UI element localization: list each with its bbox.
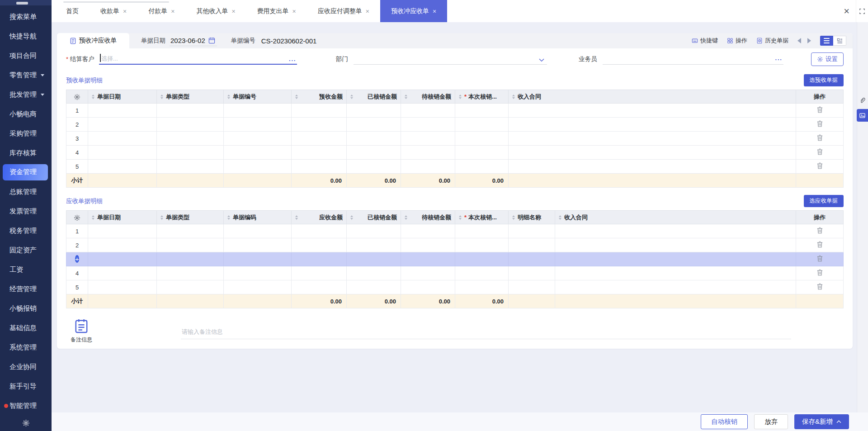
sort-icon[interactable] xyxy=(92,215,94,220)
sidebar-item-base-info[interactable]: 基础信息 xyxy=(0,318,52,338)
grid-cell[interactable] xyxy=(157,132,224,146)
grid-cell[interactable] xyxy=(88,252,157,266)
column-settings-gear-icon[interactable] xyxy=(74,214,80,221)
grid-cell[interactable] xyxy=(224,224,292,238)
tab-expense-doc[interactable]: 费用支出单× xyxy=(246,0,307,22)
close-icon[interactable]: × xyxy=(433,8,436,14)
sidebar-item-project-contract[interactable]: 项目合同 xyxy=(0,46,52,66)
grid-cell[interactable] xyxy=(455,238,509,252)
grid-cell[interactable] xyxy=(292,104,347,118)
sidebar-item-smart-mgmt[interactable]: 智能管理 xyxy=(0,396,52,416)
sidebar-item-invoice[interactable]: 发票管理 xyxy=(0,202,52,221)
sort-icon[interactable] xyxy=(295,215,298,220)
grid-cell[interactable] xyxy=(455,252,509,266)
grid-cell[interactable] xyxy=(555,252,796,266)
grid-cell[interactable] xyxy=(347,280,401,294)
grid-cell[interactable] xyxy=(455,224,509,238)
grid-cell[interactable] xyxy=(224,280,292,294)
grid-cell[interactable] xyxy=(509,280,555,294)
grid-cell[interactable] xyxy=(157,280,224,294)
sort-icon[interactable] xyxy=(459,95,462,99)
grid-cell[interactable] xyxy=(292,146,347,160)
sort-icon[interactable] xyxy=(405,95,407,99)
grid-cell[interactable] xyxy=(401,104,455,118)
grid-cell[interactable] xyxy=(157,118,224,132)
grid-cell[interactable] xyxy=(455,118,509,132)
image-attachment-button[interactable] xyxy=(857,109,868,122)
grid-cell[interactable] xyxy=(224,132,292,146)
grid-cell[interactable] xyxy=(401,146,455,160)
grid-cell[interactable] xyxy=(401,118,455,132)
list-view-button[interactable] xyxy=(820,36,833,46)
grid-cell[interactable] xyxy=(509,224,555,238)
attachment-paperclip-icon[interactable] xyxy=(859,97,866,106)
sidebar-item-quick-nav[interactable]: 快捷导航 xyxy=(0,27,52,46)
grid-cell[interactable] xyxy=(455,266,509,280)
sort-icon[interactable] xyxy=(459,215,462,220)
form-tab-prepaid-offset[interactable]: 预收冲应收单 xyxy=(57,33,129,48)
tab-ar-ap-adjust-doc[interactable]: 应收应付调整单× xyxy=(307,0,380,22)
operations-button[interactable]: 操作 xyxy=(727,37,747,45)
grid-cell[interactable] xyxy=(509,160,796,174)
trash-icon[interactable] xyxy=(817,255,823,262)
sidebar-item-general-ledger[interactable]: 总账管理 xyxy=(0,182,52,202)
sidebar-item-search-menu[interactable]: 搜索菜单 xyxy=(0,7,52,27)
auto-writeoff-button[interactable]: 自动核销 xyxy=(701,414,748,429)
sidebar-item-operations[interactable]: 经营管理 xyxy=(0,279,52,299)
sort-icon[interactable] xyxy=(512,215,515,220)
add-row-icon[interactable]: + xyxy=(75,255,79,263)
grid-cell[interactable] xyxy=(292,160,347,174)
trash-icon[interactable] xyxy=(817,134,823,141)
receivable-section-title[interactable]: 应收单据明细 xyxy=(66,197,103,205)
grid-cell[interactable] xyxy=(509,252,555,266)
sidebar-item-payroll[interactable]: 工资 xyxy=(0,260,52,279)
select-receivable-docs-button[interactable]: 选应收单据 xyxy=(804,195,844,207)
grid-cell[interactable] xyxy=(224,252,292,266)
trash-icon[interactable] xyxy=(817,120,823,127)
prev-doc-arrow[interactable] xyxy=(797,38,801,43)
select-prepaid-docs-button[interactable]: 选预收单据 xyxy=(804,74,844,86)
grid-cell[interactable] xyxy=(157,224,224,238)
grid-cell[interactable] xyxy=(157,160,224,174)
grid-cell[interactable] xyxy=(157,266,224,280)
close-icon[interactable]: × xyxy=(292,8,296,14)
sort-icon[interactable] xyxy=(350,95,353,99)
column-settings-gear-icon[interactable] xyxy=(74,94,80,100)
grid-cell[interactable] xyxy=(509,146,796,160)
grid-cell[interactable] xyxy=(292,224,347,238)
sidebar-settings-gear-icon[interactable] xyxy=(0,416,52,431)
sidebar-item-fixed-assets[interactable]: 固定资产 xyxy=(0,241,52,260)
grid-cell[interactable] xyxy=(401,160,455,174)
grid-cell[interactable] xyxy=(455,146,509,160)
grid-cell[interactable] xyxy=(292,266,347,280)
grid-cell[interactable] xyxy=(401,266,455,280)
sort-icon[interactable] xyxy=(92,95,94,99)
grid-cell[interactable] xyxy=(157,146,224,160)
grid-cell[interactable] xyxy=(555,224,796,238)
tab-payment-doc[interactable]: 付款单× xyxy=(137,0,185,22)
grid-cell[interactable] xyxy=(347,160,401,174)
grid-cell[interactable] xyxy=(224,104,292,118)
grid-cell[interactable] xyxy=(509,132,796,146)
grid-cell[interactable] xyxy=(347,224,401,238)
grid-cell[interactable] xyxy=(157,104,224,118)
grid-cell[interactable] xyxy=(401,132,455,146)
grid-cell[interactable] xyxy=(401,238,455,252)
sidebar-item-retail[interactable]: 零售管理 xyxy=(0,66,52,85)
settlement-customer-input[interactable] xyxy=(99,53,297,65)
grid-cell[interactable] xyxy=(347,132,401,146)
discard-button[interactable]: 放弃 xyxy=(754,414,788,429)
sidebar-item-purchasing[interactable]: 采购管理 xyxy=(0,124,52,143)
grid-cell[interactable] xyxy=(292,238,347,252)
grid-cell[interactable] xyxy=(401,280,455,294)
grid-cell[interactable] xyxy=(224,266,292,280)
department-select[interactable] xyxy=(354,53,547,65)
grid-cell[interactable] xyxy=(555,266,796,280)
grid-cell[interactable] xyxy=(509,238,555,252)
close-icon[interactable]: × xyxy=(366,8,369,14)
prepaid-section-title[interactable]: 预收单据明细 xyxy=(66,76,103,85)
trash-icon[interactable] xyxy=(817,162,823,169)
close-icon[interactable]: × xyxy=(231,8,235,14)
more-icon[interactable]: ··· xyxy=(775,57,783,62)
more-icon[interactable]: ··· xyxy=(289,57,296,63)
